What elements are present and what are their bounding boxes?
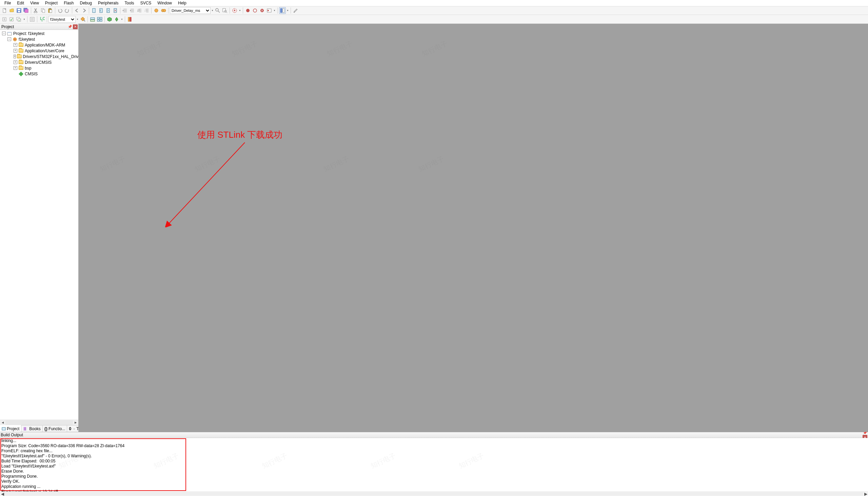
expand-icon[interactable]: +	[14, 49, 17, 52]
build-output-line: Verify OK.	[1, 479, 20, 484]
bookmark-prev-icon[interactable]	[98, 7, 105, 14]
macro2-icon[interactable]	[160, 7, 167, 14]
menu-project[interactable]: Project	[42, 0, 61, 6]
svg-rect-42	[91, 18, 95, 19]
comment-icon[interactable]: //	[136, 7, 143, 14]
pack-installer-icon[interactable]	[106, 16, 113, 23]
find-combo[interactable]: Driver_Delay_ms	[170, 7, 211, 14]
new-file-icon[interactable]	[1, 7, 8, 14]
folder-icon	[18, 43, 24, 47]
manage-project-icon[interactable]	[89, 16, 96, 23]
expand-icon[interactable]: +	[14, 43, 17, 47]
scroll-left-icon[interactable]: ◀	[0, 420, 5, 425]
svg-point-32	[268, 10, 269, 11]
translate-icon[interactable]	[1, 16, 8, 23]
status-hscroll[interactable]: ◀ ▶	[0, 492, 868, 496]
manage-multi-project-icon[interactable]	[96, 16, 103, 23]
menu-svcs[interactable]: SVCS	[137, 0, 155, 6]
tab-functions[interactable]: {}Functio...	[43, 425, 67, 432]
breakpoint-window-icon[interactable]	[266, 7, 273, 14]
tab-project[interactable]: Project	[0, 425, 21, 432]
menu-edit[interactable]: Edit	[14, 0, 27, 6]
close-icon[interactable]: ✕	[73, 25, 78, 29]
window-dropdown-icon[interactable]: ▼	[286, 7, 289, 14]
outdent-icon[interactable]	[129, 7, 135, 14]
expand-icon[interactable]: +	[14, 66, 17, 70]
bp-dropdown-icon[interactable]: ▼	[273, 7, 276, 14]
build-icon[interactable]	[9, 16, 15, 23]
menu-tools[interactable]: Tools	[122, 0, 137, 6]
rebuild-icon[interactable]	[16, 16, 22, 23]
macro-icon[interactable]	[153, 7, 160, 14]
tree-folder[interactable]: + bsp	[0, 65, 78, 71]
tree-folder[interactable]: + Drivers/CMSIS	[0, 59, 78, 65]
undo-icon[interactable]	[57, 7, 63, 14]
tree-folder[interactable]: + Application/User/Core	[0, 48, 78, 53]
nav-back-icon[interactable]	[74, 7, 80, 14]
svg-text:d: d	[234, 8, 236, 13]
debug-icon[interactable]: d	[231, 7, 238, 14]
expand-icon[interactable]: +	[14, 55, 16, 58]
scroll-right-icon[interactable]: ▶	[863, 492, 868, 496]
target-combo[interactable]: f1keytest	[48, 16, 76, 23]
copy-icon[interactable]	[40, 7, 46, 14]
tree-folder[interactable]: + Application/MDK-ARM	[0, 42, 78, 48]
breakpoint-icon[interactable]	[244, 7, 251, 14]
batch-build-icon[interactable]	[29, 16, 36, 23]
cut-icon[interactable]	[33, 7, 39, 14]
scroll-right-icon[interactable]: ▶	[73, 420, 78, 425]
target-dropdown-icon[interactable]: ▼	[76, 16, 79, 23]
folder-icon	[18, 48, 24, 53]
menu-flash[interactable]: Flash	[61, 0, 77, 6]
tree-component[interactable]: CMSIS	[0, 71, 78, 77]
tab-books[interactable]: Books	[21, 425, 43, 432]
target-options-icon[interactable]	[79, 16, 86, 23]
redo-icon[interactable]	[64, 7, 70, 14]
svg-rect-51	[7, 32, 12, 33]
find-in-files-icon[interactable]	[221, 7, 228, 14]
find-dropdown-icon[interactable]: ▼	[211, 7, 214, 14]
svg-rect-46	[97, 20, 99, 21]
rte-dropdown-icon[interactable]: ▼	[120, 16, 124, 23]
tree-spacer	[14, 72, 17, 76]
window-tile-icon[interactable]	[279, 7, 286, 14]
menu-debug[interactable]: Debug	[77, 0, 95, 6]
nav-forward-icon[interactable]	[81, 7, 87, 14]
bookmark-next-icon[interactable]	[105, 7, 112, 14]
svg-rect-3	[18, 11, 20, 12]
menu-peripherals[interactable]: Peripherals	[95, 0, 122, 6]
debug-dropdown-icon[interactable]: ▼	[238, 7, 241, 14]
collapse-icon[interactable]: −	[7, 37, 11, 41]
uncomment-icon[interactable]: //	[143, 7, 150, 14]
bookmark-clear-icon[interactable]	[112, 7, 119, 14]
pin-icon[interactable]: 📌	[67, 25, 72, 29]
menu-view[interactable]: View	[27, 0, 42, 6]
save-icon[interactable]	[16, 7, 22, 14]
expand-icon[interactable]: +	[14, 60, 17, 64]
project-tree[interactable]: − Project: f1keytest − f1keytest + Appli…	[0, 30, 78, 420]
bookmark-icon[interactable]	[91, 7, 97, 14]
breakpoint-disable-icon[interactable]	[252, 7, 258, 14]
menu-window[interactable]: Window	[154, 0, 175, 6]
books-icon[interactable]	[127, 16, 133, 23]
tree-target[interactable]: − f1keytest	[0, 36, 78, 42]
open-file-icon[interactable]	[9, 7, 15, 14]
svg-rect-44	[97, 17, 99, 19]
menu-file[interactable]: File	[1, 0, 14, 6]
configure-icon[interactable]	[292, 7, 299, 14]
indent-icon[interactable]	[122, 7, 129, 14]
build-output-body[interactable]: linking... Program Size: Code=3560 RO-da…	[0, 438, 868, 492]
menu-help[interactable]: Help	[175, 0, 190, 6]
download-icon[interactable]: LOAD	[39, 16, 45, 23]
tree-root[interactable]: − Project: f1keytest	[0, 31, 78, 36]
paste-icon[interactable]	[47, 7, 53, 14]
project-hscroll[interactable]: ◀ ▶	[0, 420, 78, 425]
find-icon[interactable]	[214, 7, 221, 14]
build-dropdown-icon[interactable]: ▼	[23, 16, 26, 23]
manage-rte-icon[interactable]	[113, 16, 120, 23]
breakpoint-kill-icon[interactable]	[259, 7, 266, 14]
tree-folder[interactable]: + Drivers/STM32F1xx_HAL_Driver	[0, 53, 78, 59]
save-all-icon[interactable]	[23, 7, 30, 14]
collapse-icon[interactable]: −	[2, 32, 6, 35]
scroll-left-icon[interactable]: ◀	[0, 492, 5, 496]
